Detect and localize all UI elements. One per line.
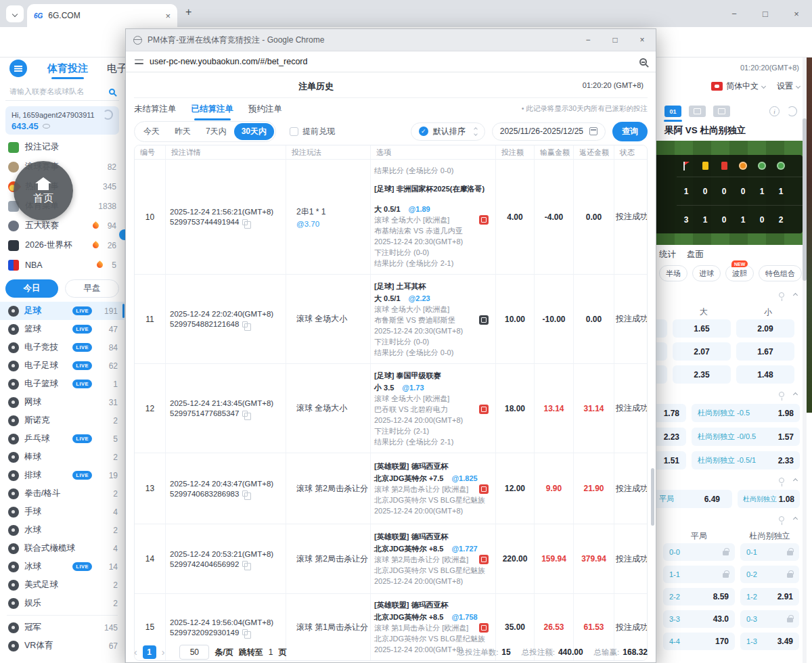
sort-select[interactable]: ✓ 默认排序 xyxy=(411,122,485,141)
record-tab[interactable]: 已结算注单 xyxy=(191,104,234,115)
pin-icon[interactable] xyxy=(779,292,784,298)
settings-menu[interactable]: 设置 xyxy=(777,81,793,92)
copy-icon[interactable] xyxy=(242,321,248,327)
home-floating-button[interactable]: 首页 xyxy=(14,161,73,221)
odds-button[interactable]: 2.07 xyxy=(673,342,731,361)
collapse-icon[interactable] xyxy=(793,478,798,482)
odds-button[interactable]: 平局 6.49 xyxy=(656,490,732,508)
tab-search-button[interactable] xyxy=(6,5,24,22)
collapse-icon[interactable] xyxy=(793,516,798,521)
market-icon[interactable] xyxy=(479,215,489,225)
odds-button[interactable]: 杜尚别独立 1.08 xyxy=(738,490,800,508)
collapse-icon[interactable] xyxy=(793,292,798,297)
cashout-checkbox[interactable]: 提前兑现 xyxy=(290,126,335,137)
sidebar-sport-item[interactable]: 斯诺克 LIVE 2 xyxy=(0,411,125,430)
sidebar-sport-item[interactable]: 电子足球 LIVE 62 xyxy=(0,357,125,375)
refresh-icon[interactable] xyxy=(787,106,797,116)
sidebar-sport-item[interactable]: 足球 LIVE 191 xyxy=(0,302,125,320)
sidebar-sport-item[interactable]: 电子竞技 LIVE 84 xyxy=(0,338,125,357)
score-odds-button[interactable]: 1-2 2.91 xyxy=(740,588,799,605)
popup-scrollbar-thumb[interactable] xyxy=(651,468,654,526)
popup-title-bar[interactable]: PM体育-亚洲在线体育竞猜投注 - Google Chrome − □ × xyxy=(126,29,656,51)
search-input[interactable]: 请输入联赛名或球队名 xyxy=(5,83,119,101)
score-odds-button[interactable]: 4-4 170 xyxy=(663,633,735,650)
sidebar-sport-item[interactable]: 篮球 LIVE 47 xyxy=(0,320,125,338)
odds-button[interactable]: 2.09 xyxy=(736,319,794,338)
nav-esports[interactable]: 电子竞技 xyxy=(107,62,125,75)
refresh-balance-icon[interactable] xyxy=(103,110,113,120)
sidebar-sport-item[interactable]: 排球 LIVE 19 xyxy=(0,466,125,484)
date-quick-filter[interactable]: 今天 xyxy=(136,123,167,140)
market-icon[interactable] xyxy=(479,623,489,633)
sidebar-sport-item[interactable]: 手球 LIVE 4 xyxy=(0,503,125,521)
jump-page-value[interactable]: 1 xyxy=(269,647,273,657)
stat-tab[interactable]: 统计 xyxy=(659,249,676,260)
score-odds-button[interactable]: 0-0 xyxy=(663,543,735,561)
score-odds-button[interactable]: 1-3 3.49 xyxy=(740,633,799,650)
odds-button[interactable]: 1.67 xyxy=(736,342,794,361)
odds-button[interactable]: 1.78 xyxy=(656,404,686,422)
pin-icon[interactable] xyxy=(779,516,784,522)
odds-button[interactable]: 杜尚别独立 -0/0.5 1.57 xyxy=(692,428,800,446)
zoom-out-icon[interactable] xyxy=(639,58,647,66)
odds-button[interactable]: 1.65 xyxy=(673,319,731,338)
sidebar-sport-item[interactable]: 电子篮球 LIVE 1 xyxy=(0,375,125,393)
market-filter-pill[interactable]: 特色组合 xyxy=(759,265,802,281)
collapse-icon[interactable] xyxy=(793,392,798,396)
date-range-picker[interactable]: 2025/11/26-2025/12/25 xyxy=(492,122,606,141)
today-toggle[interactable]: 今日 xyxy=(5,279,58,298)
score-odds-button[interactable]: 3-3 43.0 xyxy=(663,610,735,628)
checkbox-icon[interactable] xyxy=(290,127,298,136)
score-odds-button[interactable]: 0-2 xyxy=(740,566,799,583)
sidebar-sport-item[interactable]: 娱乐 LIVE 2 xyxy=(0,594,125,612)
eye-icon[interactable] xyxy=(43,124,50,129)
info-icon[interactable]: i xyxy=(769,106,780,116)
odds-button[interactable]: 1.51 xyxy=(656,451,686,470)
tab-odds-view[interactable]: 01 xyxy=(664,106,681,117)
search-icon[interactable] xyxy=(109,89,115,95)
sidebar-sport-item[interactable]: 乒乓球 LIVE 5 xyxy=(0,430,125,448)
market-filter-pill[interactable]: 波胆 NEW xyxy=(725,265,754,281)
popup-address-bar[interactable]: user-pc-new.youbaokun.com/#/bet_record xyxy=(126,51,656,72)
market-icon[interactable] xyxy=(479,555,489,564)
score-odds-button[interactable]: 1-1 xyxy=(663,566,735,583)
tab-video-view-icon[interactable] xyxy=(713,106,730,117)
page-size-input[interactable]: 50 xyxy=(179,645,209,660)
copy-icon[interactable] xyxy=(242,561,248,567)
odds-button[interactable]: 杜尚别独立 -0.5 1.98 xyxy=(692,404,800,422)
copy-icon[interactable] xyxy=(242,490,248,497)
sidebar-sport-item[interactable]: 拳击/格斗 LIVE 2 xyxy=(0,484,125,503)
score-odds-button[interactable]: 0-1 xyxy=(740,543,799,561)
market-filter-pill[interactable]: 进球 xyxy=(692,265,721,281)
odds-button[interactable]: 杜尚别独立 -0.5/1 2.33 xyxy=(692,451,800,470)
sidebar-sport-item[interactable]: 美式足球 LIVE 2 xyxy=(0,576,125,594)
sidebar-sport-item[interactable]: 棒球 LIVE 2 xyxy=(0,448,125,466)
pin-icon[interactable] xyxy=(779,478,784,483)
record-tab[interactable]: 预约注单 xyxy=(248,104,282,115)
score-odds-button[interactable]: 0-3 xyxy=(740,610,799,628)
sidebar-menu-item[interactable]: 五大联赛 94 xyxy=(0,216,125,235)
market-icon[interactable] xyxy=(479,315,489,325)
tab-close-icon[interactable]: × xyxy=(165,11,171,21)
sidebar-menu-item[interactable]: 投注记录 xyxy=(0,137,125,157)
close-button[interactable]: × xyxy=(781,0,812,27)
sidebar-menu-item[interactable]: 2026-世界杯 26 xyxy=(0,235,125,255)
sidebar-sport-item[interactable]: 联合式橄榄球 LIVE 4 xyxy=(0,539,125,557)
popup-minimize-button[interactable]: − xyxy=(574,29,602,51)
new-tab-button[interactable]: + xyxy=(185,6,191,18)
date-quick-filter[interactable]: 昨天 xyxy=(167,123,198,140)
copy-icon[interactable] xyxy=(242,219,248,225)
stat-tab[interactable]: 盘面 xyxy=(687,249,704,260)
date-quick-filter[interactable]: 30天内 xyxy=(234,123,274,140)
pin-icon[interactable] xyxy=(779,392,784,397)
market-icon[interactable] xyxy=(479,405,489,414)
search-button[interactable]: 查询 xyxy=(612,122,648,141)
language-select[interactable]: 简体中文 xyxy=(726,81,759,92)
tab-stats-view-icon[interactable] xyxy=(689,106,706,117)
minimize-button[interactable]: − xyxy=(719,0,750,27)
odds-button[interactable]: 2.23 xyxy=(656,428,686,446)
sidebar-sport-item[interactable]: 水球 LIVE 2 xyxy=(0,521,125,539)
record-tab[interactable]: 未结算注单 xyxy=(134,104,177,115)
copy-icon[interactable] xyxy=(242,629,248,635)
score-odds-button[interactable]: 2-2 8.59 xyxy=(663,588,735,605)
